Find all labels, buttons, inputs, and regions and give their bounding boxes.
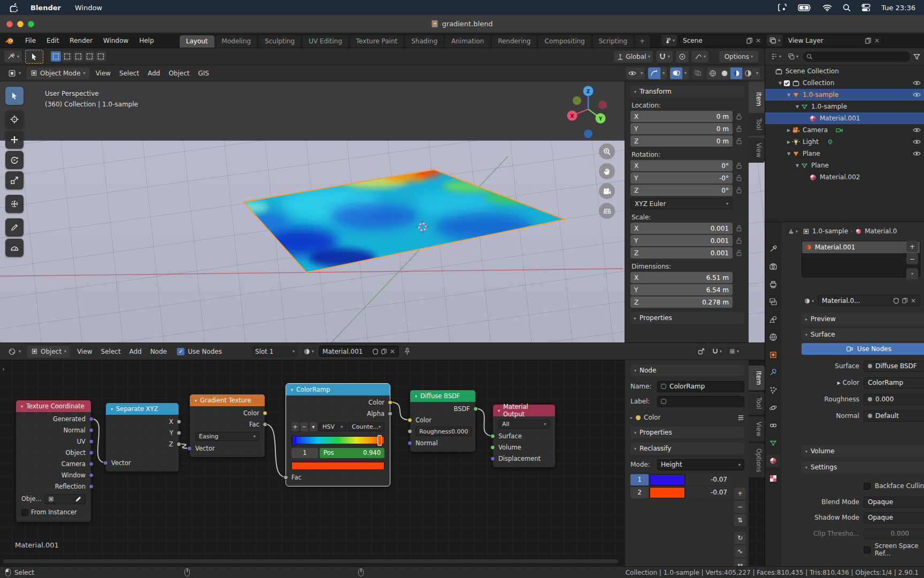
pin-icon[interactable] (404, 348, 411, 355)
lock-icon[interactable] (736, 225, 744, 232)
lock-icon[interactable] (736, 187, 744, 194)
outliner-row-plane[interactable]: ▼Plane (765, 159, 924, 171)
menubar-app-name[interactable]: Blender (30, 4, 61, 12)
ramp-specials-button[interactable]: ▾ (310, 422, 317, 431)
surface-row-value-color[interactable]: ColorRamp (864, 377, 924, 389)
menu-file[interactable]: File (25, 37, 36, 44)
node-texture-coordinate[interactable]: ▾Texture CoordinateGeneratedNormalUVObje… (16, 400, 91, 522)
material-name-field[interactable]: Material.0... ✕ (818, 295, 920, 306)
settings-panel-header[interactable]: ▾Settings (802, 461, 924, 473)
location-z-field[interactable]: Z0 m (630, 135, 733, 147)
visibility-eye-icon[interactable] (913, 150, 921, 157)
node-separate-xyz[interactable]: ▾Separate XYZXYZVector (106, 403, 179, 471)
output-socket-x[interactable] (176, 419, 181, 424)
refresh-button[interactable]: ↻ (734, 532, 746, 544)
output-socket-fac[interactable] (263, 422, 267, 427)
reclassify-value[interactable]: -0.07 (686, 474, 731, 485)
node-dropdown-all[interactable]: All▾ (498, 420, 550, 429)
copy-icon[interactable] (381, 348, 387, 354)
output-socket-color[interactable] (263, 410, 267, 415)
camera-view-button[interactable] (599, 183, 615, 199)
properties-tab-output[interactable] (766, 278, 780, 291)
add-workspace-button[interactable]: + (635, 35, 650, 48)
shield-icon[interactable] (373, 348, 378, 355)
viewport-menu-select[interactable]: Select (115, 70, 143, 77)
zoom-button[interactable] (599, 143, 615, 159)
proportional-editing-button[interactable] (676, 51, 689, 63)
reclassify-row-1[interactable]: 1-0.07 (630, 474, 731, 485)
node-label-input[interactable] (657, 396, 744, 407)
color-mode-dropdown[interactable]: HSV▾ (319, 422, 346, 431)
fake-user-shield-icon[interactable] (894, 298, 899, 304)
node-header-material-output[interactable]: ▾Material Output (493, 405, 555, 416)
shader-tab-tool[interactable]: Tool (749, 392, 765, 414)
outliner-row-light[interactable]: ▶Light (765, 136, 924, 148)
tool-annotate-button[interactable] (5, 218, 24, 237)
unlink-icon[interactable]: ✕ (390, 348, 395, 355)
remove-stop-button[interactable]: − (301, 422, 308, 431)
node-link[interactable] (476, 409, 493, 436)
active-tool-button[interactable] (25, 50, 43, 64)
transform-orientation-dropdown[interactable]: Global▾ (614, 51, 652, 63)
add-slot-button[interactable]: + (906, 241, 918, 252)
lock-icon[interactable] (736, 237, 744, 244)
shader-editor-type-button[interactable]: ▾ (4, 346, 25, 358)
lock-icon[interactable] (736, 174, 744, 181)
node-snapping-magnet-icon[interactable]: ▾ (710, 346, 724, 357)
output-socket-window[interactable] (89, 473, 94, 477)
grid-ortho-button[interactable] (599, 203, 615, 219)
select-mode-extend[interactable] (62, 51, 72, 62)
node-dropdown-easing[interactable]: Easing▾ (195, 432, 259, 441)
rotation-y-field[interactable]: Y-0° (630, 172, 733, 184)
outliner-filter-icon[interactable] (913, 53, 921, 60)
menubar-clock[interactable]: Tue 23:36 (881, 4, 915, 12)
menu-window[interactable]: Window (103, 37, 128, 44)
workspace-tab-scripting[interactable]: Scripting (592, 35, 634, 48)
node-colorramp[interactable]: ▾ColorRampColorAlpha+−▾HSV▾Counte...▾1Po… (286, 384, 390, 486)
reclassify-color-swatch[interactable] (650, 474, 685, 485)
select-mode-invert[interactable] (84, 51, 95, 62)
apple-menu-icon[interactable] (10, 3, 18, 12)
visibility-eye-icon[interactable] (913, 80, 921, 86)
workspace-tab-rendering[interactable]: Rendering (491, 35, 537, 48)
outliner-row-scene collection[interactable]: Scene Collection (765, 65, 924, 77)
outliner-display-mode-button[interactable]: ▾ (768, 51, 783, 62)
location-x-field[interactable]: X0 m (630, 111, 733, 122)
shading-wireframe-button[interactable] (707, 67, 719, 79)
stop-color-swatch[interactable] (291, 462, 384, 470)
menu-edit[interactable]: Edit (47, 37, 59, 44)
expander-icon[interactable]: ▼ (786, 93, 792, 97)
output-socket-alpha[interactable] (388, 411, 392, 416)
tool-select-box-button[interactable] (5, 87, 24, 105)
view-layer-browse-button[interactable]: ▾ (767, 35, 782, 46)
shading-solid-button[interactable] (719, 67, 730, 79)
toolbar-expand-arrow[interactable]: › (2, 366, 5, 373)
input-socket-surface[interactable] (490, 434, 495, 438)
surface-row-value-normal[interactable]: Default (864, 410, 924, 422)
viewport-menu-gis[interactable]: GIS (194, 70, 213, 77)
camera-data-icon[interactable] (835, 126, 843, 134)
shader-menu-view[interactable]: View (73, 348, 96, 355)
options-dropdown[interactable]: Options▾ (719, 51, 758, 63)
output-socket-color[interactable] (388, 400, 392, 405)
outliner-row-1-0-sample[interactable]: ▼1.0-sample (765, 101, 924, 112)
location-y-field[interactable]: Y0 m (630, 123, 733, 134)
shader-tab-view[interactable]: View (749, 416, 765, 442)
lock-icon[interactable] (736, 249, 744, 256)
list-menu-icon[interactable] (737, 415, 744, 421)
output-socket-bsdf[interactable] (473, 406, 478, 411)
view-layer-copy-icon[interactable] (865, 37, 871, 44)
viewport-menu-view[interactable]: View (91, 70, 115, 77)
shader-material-name-field[interactable]: Material.001 ✕ (319, 346, 399, 357)
light-data-icon[interactable] (826, 138, 834, 146)
visibility-eye-icon[interactable] (913, 139, 921, 145)
outliner-row-plane[interactable]: ▼Plane (765, 148, 924, 159)
node-diffuse-bsdf[interactable]: ▾Diffuse BSDFBSDFColorRoughness0.000Norm… (410, 390, 475, 452)
remove-button[interactable]: − (734, 501, 746, 513)
blender-logo-icon[interactable] (4, 36, 14, 45)
show-object-types-dropdown[interactable]: ▾ (626, 67, 645, 79)
workspace-tab-layout[interactable]: Layout (180, 35, 214, 48)
expander-icon[interactable]: ▼ (777, 81, 783, 86)
output-socket-y[interactable] (176, 430, 181, 435)
viewport-tab-tool[interactable]: Tool (749, 113, 765, 135)
